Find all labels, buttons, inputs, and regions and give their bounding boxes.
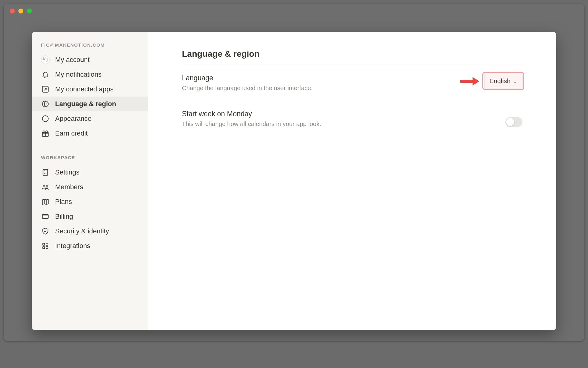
page-title: Language & region <box>182 49 522 66</box>
svg-rect-8 <box>43 243 45 245</box>
sidebar-item-members[interactable]: Members <box>32 180 148 194</box>
globe-icon <box>41 100 50 108</box>
sidebar-item-label: Integrations <box>55 242 90 250</box>
sidebar-item-my-notifications[interactable]: My notifications <box>32 67 148 82</box>
sidebar-item-plans[interactable]: Plans <box>32 194 148 209</box>
sidebar-item-appearance[interactable]: Appearance <box>32 111 148 126</box>
sidebar-item-earn-credit[interactable]: Earn credit <box>32 126 148 141</box>
sidebar-item-label: Appearance <box>55 115 92 123</box>
sidebar-item-billing[interactable]: Billing <box>32 209 148 224</box>
people-icon <box>41 183 50 191</box>
window-close-button[interactable] <box>10 9 15 13</box>
language-selected: English <box>489 77 511 85</box>
week-subtitle: This will change how all calendars in yo… <box>182 121 493 128</box>
settings-panel: FIG@MAKENOTION.COM 🐑 My account My notif… <box>32 32 556 330</box>
sidebar-item-label: Billing <box>55 213 73 220</box>
sidebar-item-label: My connected apps <box>55 85 114 93</box>
map-icon <box>41 197 50 206</box>
sidebar-item-my-account[interactable]: 🐑 My account <box>32 52 148 67</box>
sidebar-item-label: Settings <box>55 168 80 176</box>
svg-point-2 <box>42 116 48 122</box>
svg-rect-7 <box>42 215 48 219</box>
svg-rect-10 <box>43 247 45 249</box>
titlebar <box>4 4 584 18</box>
sidebar-item-label: My account <box>55 56 90 64</box>
sidebar-item-security[interactable]: Security & identity <box>32 224 148 239</box>
language-dropdown[interactable]: English <box>484 74 522 88</box>
sidebar-item-label: Plans <box>55 198 72 206</box>
avatar-icon: 🐑 <box>41 56 50 64</box>
shield-icon <box>41 227 50 236</box>
sidebar-item-label: Members <box>55 183 83 191</box>
svg-point-6 <box>46 186 48 187</box>
svg-point-5 <box>43 185 45 187</box>
grid-icon <box>41 242 50 250</box>
moon-icon <box>41 114 50 123</box>
sidebar-item-language-region[interactable]: Language & region <box>32 97 148 111</box>
main-content: Language & region Language Change the la… <box>148 32 556 330</box>
bell-icon <box>41 70 50 79</box>
language-title: Language <box>182 74 472 82</box>
credit-card-icon <box>41 212 50 221</box>
svg-rect-11 <box>46 247 48 249</box>
building-icon <box>41 168 50 177</box>
sidebar-item-label: Earn credit <box>55 129 88 137</box>
sidebar-account-email: FIG@MAKENOTION.COM <box>32 40 148 52</box>
sidebar-workspace-label: WORKSPACE <box>32 153 148 165</box>
language-row: Language Change the language used in the… <box>182 74 522 101</box>
sidebar-item-label: My notifications <box>55 71 102 79</box>
window-minimize-button[interactable] <box>18 9 23 13</box>
sidebar-item-connected-apps[interactable]: My connected apps <box>32 82 148 97</box>
week-toggle[interactable] <box>505 117 522 127</box>
sidebar-item-label: Security & identity <box>55 227 109 235</box>
sidebar: FIG@MAKENOTION.COM 🐑 My account My notif… <box>32 32 148 330</box>
app-window: FIG@MAKENOTION.COM 🐑 My account My notif… <box>4 4 584 341</box>
toggle-knob <box>506 118 514 126</box>
gift-icon <box>41 129 50 138</box>
external-link-icon <box>41 85 50 94</box>
svg-rect-9 <box>46 243 48 245</box>
svg-rect-4 <box>43 169 47 175</box>
language-subtitle: Change the language used in the user int… <box>182 85 472 92</box>
sidebar-item-integrations[interactable]: Integrations <box>32 239 148 253</box>
window-zoom-button[interactable] <box>27 9 32 13</box>
chevron-down-icon <box>513 79 517 83</box>
week-row: Start week on Monday This will change ho… <box>182 110 522 137</box>
week-title: Start week on Monday <box>182 110 493 118</box>
sidebar-item-label: Language & region <box>55 100 116 108</box>
sidebar-item-settings[interactable]: Settings <box>32 165 148 180</box>
